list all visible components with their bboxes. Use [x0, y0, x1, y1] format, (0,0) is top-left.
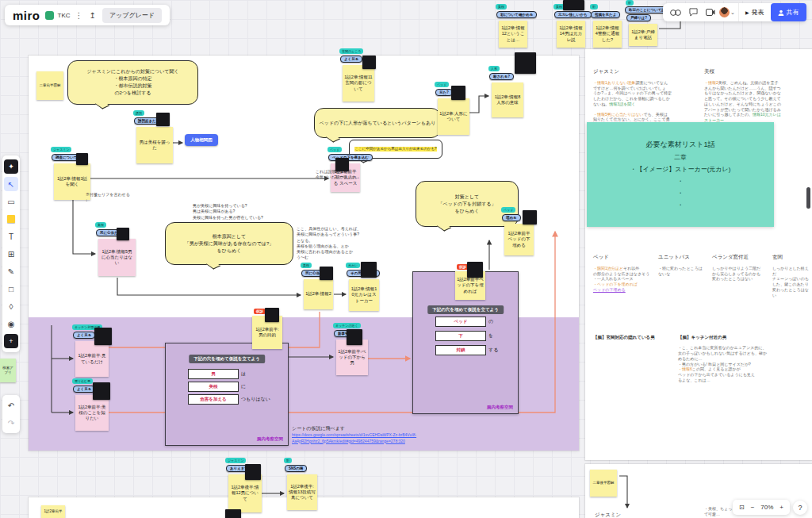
- sticky-title-chip[interactable]: 殺される?: [489, 73, 514, 80]
- sticky-note[interactable]: 1話2章前半:見ているだけ: [75, 341, 109, 377]
- panel-text-column[interactable]: ベッド・隙間1泊分ほどそれ以外の部分のような広さはなさそう・一人入れるスペース・…: [593, 254, 657, 297]
- image-placeholder[interactable]: [347, 329, 362, 345]
- sticky-note[interactable]: 1話2章前半:美桜のことを知りたい: [75, 395, 109, 431]
- sticky-note-tool-icon[interactable]: [4, 212, 18, 226]
- text-tool-icon[interactable]: T: [4, 229, 18, 244]
- sticky-note[interactable]: 1話2章前半: [41, 505, 65, 518]
- panel-text-column[interactable]: 【脳】キッチン付近の男・こ、これ本当に変質者なのかニュアンス的に、女の子っぽいか…: [678, 335, 811, 388]
- sticky-note[interactable]: 1話2章:情報14男は元カレ説: [557, 21, 585, 48]
- panel-text-column[interactable]: 【脳】玄関対応の隠れている男: [593, 335, 676, 345]
- character-tag-chip[interactable]: 誘拐: [133, 110, 144, 116]
- sticky-title-chip[interactable]: 元カレ怪しいかも: [554, 11, 592, 18]
- image-placeholder[interactable]: [335, 158, 349, 171]
- reactions-icon[interactable]: [669, 7, 682, 18]
- panel-text-column[interactable]: ジャスミン: [595, 512, 690, 518]
- hypothesis-blank-field[interactable]: 美桜: [188, 382, 239, 392]
- image-placeholder[interactable]: [362, 56, 376, 69]
- sticky-note[interactable]: 1話2章:情報12ということは…: [499, 21, 527, 48]
- panel-text-column[interactable]: 玄関しっかりとした構えだチェーンっぽいのもした、鍵このあたり変わったところはない: [772, 254, 810, 302]
- hypothesis-blank-field[interactable]: 男: [188, 369, 239, 379]
- sticky-note[interactable]: 1話2章:情報2: [304, 279, 333, 309]
- character-tag-chip[interactable]: ジャスミン: [51, 147, 71, 152]
- hypothesis-box[interactable]: 下記の穴を埋めて仮説を立てよう男は美桜に危害を加えるつもりはない脳内考察空間: [165, 343, 289, 446]
- character-tag-chip[interactable]: 美桜: [496, 4, 507, 10]
- character-tag-chip[interactable]: 人形: [488, 66, 500, 71]
- character-tag-chip[interactable]: キッチンの近く: [333, 323, 361, 328]
- upgrade-button[interactable]: アップグレード: [102, 8, 162, 23]
- panel-text-column[interactable]: ベランダ窓付近しっかりやはりよう二階だから安心しきってるのかも変わったところはな…: [712, 254, 769, 286]
- image-placeholder[interactable]: [515, 52, 536, 74]
- workspace-name[interactable]: TKC: [58, 12, 71, 19]
- character-tag-chip[interactable]: ベッド: [435, 82, 449, 87]
- speech-bubble[interactable]: 根本原因として 「男が美桜に興味がある存在なのでは?」 をひらめく: [165, 222, 293, 265]
- zoom-out-button[interactable]: −: [751, 504, 755, 511]
- materials-list-box[interactable]: 必要な素材リスト1話二章・【イメージ】ストーカー(元カレ)・・・: [587, 122, 774, 227]
- panel-text-column[interactable]: ユニットバス・特に変わったところはないな: [658, 254, 709, 281]
- user-avatar[interactable]: [719, 7, 730, 17]
- zoom-level[interactable]: 70%: [760, 504, 773, 511]
- character-tag-chip[interactable]: 美桜: [301, 263, 312, 268]
- miro-logo[interactable]: miro: [13, 9, 40, 22]
- undo-button[interactable]: ↶: [4, 398, 18, 412]
- image-placeholder[interactable]: [117, 228, 129, 240]
- sticky-note[interactable]: 1話2章:人形について: [438, 98, 469, 135]
- image-placeholder[interactable]: [94, 328, 112, 345]
- image-placeholder[interactable]: [93, 382, 110, 400]
- frame-tool-icon[interactable]: ▭: [4, 194, 18, 209]
- panel-text-column[interactable]: 美桜・情報2美桜、ごめんね。元彼の話を圭子さんから聞いたんだけど……うん、隠すつ…: [704, 68, 810, 128]
- add-more-icon[interactable]: +: [4, 334, 18, 348]
- character-tag-chip[interactable]: ベッド: [501, 207, 515, 213]
- spreadsheet-link[interactable]: https://docs.google.com/spreadsheets/d/1…: [292, 432, 553, 439]
- hypothesis-blank-field[interactable]: 下: [435, 331, 486, 341]
- sticky-note[interactable]: 1話2章:情報8人形の意味: [492, 82, 523, 117]
- comments-icon[interactable]: [687, 7, 699, 18]
- relationship-map-button[interactable]: 人物相関図: [185, 134, 218, 146]
- sticky-title-chip[interactable]: よく見る: [340, 56, 362, 63]
- character-tag-chip[interactable]: 乗り込む男: [72, 378, 93, 384]
- sticky-note[interactable]: 1話2章後半:情報13投稿写真について: [287, 474, 317, 510]
- character-tag-chip[interactable]: ベッド: [327, 147, 342, 152]
- image-placeholder[interactable]: [467, 262, 483, 278]
- sticky-note[interactable]: 1話2章:情報11玄関の影について: [343, 65, 374, 102]
- sticky-note[interactable]: 1話2章前半ベッドの下埋める: [504, 224, 534, 255]
- sticky-title-chip[interactable]: 彩について確かめる: [496, 11, 537, 18]
- spreadsheet-link[interactable]: Aa4pR2Hgnhz2_6p5Akmk/edit#gid=498244759&…: [292, 439, 553, 445]
- sticky-title-chip[interactable]: SNSの噂: [285, 465, 307, 472]
- workspace-badge[interactable]: [45, 11, 54, 20]
- pen-tool-icon[interactable]: ✎: [4, 264, 18, 278]
- image-placeholder[interactable]: [225, 509, 241, 518]
- speech-bubble[interactable]: ジャスミンにこれからの対策について聞く ・根本原因の特定 ・都市伝説的対策 の2…: [67, 60, 198, 105]
- video-chat-icon[interactable]: [704, 7, 717, 18]
- image-placeholder[interactable]: [76, 153, 88, 165]
- image-placeholder[interactable]: [265, 308, 279, 322]
- chevron-down-icon[interactable]: ⌄: [730, 10, 735, 16]
- character-tag-chip[interactable]: 彩: [590, 4, 598, 10]
- eraser-tool-icon[interactable]: ◊: [4, 299, 18, 313]
- text-block[interactable]: ※付箋セリフを言わせる ↓: [86, 192, 130, 204]
- image-placeholder[interactable]: [523, 210, 537, 224]
- redo-button[interactable]: ↷: [4, 416, 18, 430]
- sticky-note[interactable]: 1話2章後半:情報12男について: [228, 474, 262, 512]
- comment-tool-icon[interactable]: ◉: [4, 317, 18, 331]
- image-placeholder[interactable]: [320, 267, 333, 280]
- sticky-note[interactable]: 検索アプリ: [0, 359, 16, 382]
- select-tool-icon[interactable]: ↖: [4, 177, 18, 191]
- shape-tool-icon[interactable]: □: [4, 282, 18, 296]
- character-tag-chip[interactable]: 元カレ: [346, 263, 360, 268]
- sticky-note[interactable]: 1話2章:情報5男に心当たりはない: [98, 239, 136, 276]
- shapes-tool-icon[interactable]: ⊞: [4, 247, 18, 261]
- sticky-note[interactable]: 男は美桜を襲った: [136, 127, 173, 163]
- sticky-note[interactable]: 二章前半図解: [36, 71, 63, 100]
- text-block[interactable]: 男が美桜に興味を持っている? 男は美桜に興味がある? 美桜に興味を持った男が存在…: [193, 203, 263, 221]
- hypothesis-blank-field[interactable]: 危害を加える: [188, 394, 239, 405]
- sticky-note[interactable]: 二章後半図解: [590, 470, 617, 497]
- ai-assist-icon[interactable]: ✦: [4, 159, 18, 174]
- hypothesis-tag[interactable]: 仮説: [254, 309, 266, 314]
- sticky-note[interactable]: 1話2章:戸締まり電話: [629, 24, 657, 46]
- image-placeholder[interactable]: [156, 113, 170, 126]
- sticky-title-chip[interactable]: 埋める: [502, 214, 521, 221]
- vertical-scrollbar[interactable]: [806, 187, 810, 209]
- sticky-title-chip[interactable]: 見た?: [435, 89, 453, 96]
- hypothesis-blank-field[interactable]: ベッド: [435, 317, 486, 327]
- character-tag-chip[interactable]: 彩: [284, 458, 292, 463]
